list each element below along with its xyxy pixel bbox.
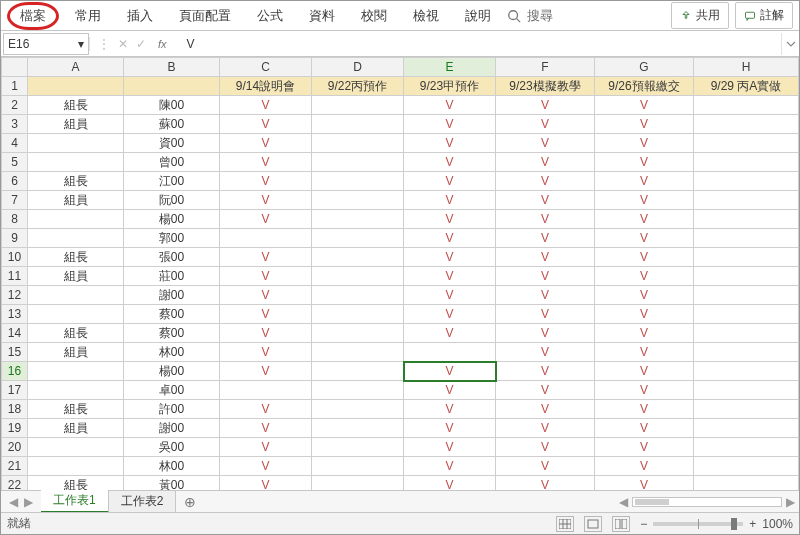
cell-A21[interactable] (28, 457, 124, 476)
cell-H15[interactable] (694, 343, 799, 362)
column-header-C[interactable]: C (220, 58, 312, 77)
column-header-B[interactable]: B (124, 58, 220, 77)
cell-E9[interactable]: V (404, 229, 496, 248)
cell-F1[interactable]: 9/23模擬教學 (496, 77, 595, 96)
hscroll-left[interactable]: ◀ (619, 495, 628, 509)
cell-H2[interactable] (694, 96, 799, 115)
cell-C13[interactable]: V (220, 305, 312, 324)
cell-C2[interactable]: V (220, 96, 312, 115)
cell-B6[interactable]: 江00 (124, 172, 220, 191)
name-box[interactable]: E16 ▾ (3, 33, 89, 55)
cell-D3[interactable] (312, 115, 404, 134)
cell-C4[interactable]: V (220, 134, 312, 153)
row-header-19[interactable]: 19 (2, 419, 28, 438)
cell-A7[interactable]: 組員 (28, 191, 124, 210)
cell-H1[interactable]: 9/29 丙A實做 (694, 77, 799, 96)
row-header-17[interactable]: 17 (2, 381, 28, 400)
cell-E16[interactable]: V (404, 362, 496, 381)
cell-E12[interactable]: V (404, 286, 496, 305)
column-header-G[interactable]: G (595, 58, 694, 77)
sheet-nav-prev[interactable]: ◀ (9, 495, 18, 509)
cell-A15[interactable]: 組員 (28, 343, 124, 362)
cell-F6[interactable]: V (496, 172, 595, 191)
row-header-4[interactable]: 4 (2, 134, 28, 153)
view-normal-button[interactable] (556, 516, 574, 532)
cell-C16[interactable]: V (220, 362, 312, 381)
cell-D17[interactable] (312, 381, 404, 400)
cell-C7[interactable]: V (220, 191, 312, 210)
cell-C19[interactable]: V (220, 419, 312, 438)
row-header-14[interactable]: 14 (2, 324, 28, 343)
cell-B11[interactable]: 莊00 (124, 267, 220, 286)
cell-A9[interactable] (28, 229, 124, 248)
cell-C22[interactable]: V (220, 476, 312, 491)
formula-confirm-button[interactable]: ✓ (136, 37, 146, 51)
cell-B8[interactable]: 楊00 (124, 210, 220, 229)
cell-H9[interactable] (694, 229, 799, 248)
cell-G9[interactable]: V (595, 229, 694, 248)
row-header-6[interactable]: 6 (2, 172, 28, 191)
cell-G4[interactable]: V (595, 134, 694, 153)
cell-E1[interactable]: 9/23甲預作 (404, 77, 496, 96)
row-header-16[interactable]: 16 (2, 362, 28, 381)
cell-E4[interactable]: V (404, 134, 496, 153)
cell-C18[interactable]: V (220, 400, 312, 419)
cell-D19[interactable] (312, 419, 404, 438)
cell-B10[interactable]: 張00 (124, 248, 220, 267)
column-header-F[interactable]: F (496, 58, 595, 77)
cell-F15[interactable]: V (496, 343, 595, 362)
horizontal-scrollbar[interactable] (632, 497, 782, 507)
row-header-13[interactable]: 13 (2, 305, 28, 324)
cell-F3[interactable]: V (496, 115, 595, 134)
cell-A13[interactable] (28, 305, 124, 324)
row-header-10[interactable]: 10 (2, 248, 28, 267)
row-header-2[interactable]: 2 (2, 96, 28, 115)
row-header-12[interactable]: 12 (2, 286, 28, 305)
column-header-D[interactable]: D (312, 58, 404, 77)
cell-D22[interactable] (312, 476, 404, 491)
cell-F14[interactable]: V (496, 324, 595, 343)
cell-E14[interactable]: V (404, 324, 496, 343)
zoom-value[interactable]: 100% (762, 517, 793, 531)
cell-D20[interactable] (312, 438, 404, 457)
cell-H10[interactable] (694, 248, 799, 267)
cell-C8[interactable]: V (220, 210, 312, 229)
cell-G15[interactable]: V (595, 343, 694, 362)
cell-F13[interactable]: V (496, 305, 595, 324)
cell-A17[interactable] (28, 381, 124, 400)
view-pagelayout-button[interactable] (584, 516, 602, 532)
cell-A18[interactable]: 組長 (28, 400, 124, 419)
row-header-15[interactable]: 15 (2, 343, 28, 362)
cell-F4[interactable]: V (496, 134, 595, 153)
cell-F18[interactable]: V (496, 400, 595, 419)
cell-G6[interactable]: V (595, 172, 694, 191)
column-header-A[interactable]: A (28, 58, 124, 77)
cell-D14[interactable] (312, 324, 404, 343)
cell-H21[interactable] (694, 457, 799, 476)
ribbon-tab-formulas[interactable]: 公式 (247, 3, 293, 29)
formula-expand-button[interactable] (781, 33, 799, 55)
cell-G11[interactable]: V (595, 267, 694, 286)
cell-F19[interactable]: V (496, 419, 595, 438)
cell-A2[interactable]: 組長 (28, 96, 124, 115)
cell-B20[interactable]: 吳00 (124, 438, 220, 457)
row-header-9[interactable]: 9 (2, 229, 28, 248)
row-header-20[interactable]: 20 (2, 438, 28, 457)
cell-G13[interactable]: V (595, 305, 694, 324)
cell-A11[interactable]: 組員 (28, 267, 124, 286)
cell-C20[interactable]: V (220, 438, 312, 457)
row-header-3[interactable]: 3 (2, 115, 28, 134)
cell-D21[interactable] (312, 457, 404, 476)
cell-D16[interactable] (312, 362, 404, 381)
cell-G8[interactable]: V (595, 210, 694, 229)
cell-C15[interactable]: V (220, 343, 312, 362)
cell-F7[interactable]: V (496, 191, 595, 210)
cell-D18[interactable] (312, 400, 404, 419)
row-header-22[interactable]: 22 (2, 476, 28, 491)
cell-D1[interactable]: 9/22丙預作 (312, 77, 404, 96)
sheet-tab-2[interactable]: 工作表2 (109, 491, 177, 512)
cell-A3[interactable]: 組員 (28, 115, 124, 134)
cell-H20[interactable] (694, 438, 799, 457)
cell-A12[interactable] (28, 286, 124, 305)
cell-A10[interactable]: 組長 (28, 248, 124, 267)
